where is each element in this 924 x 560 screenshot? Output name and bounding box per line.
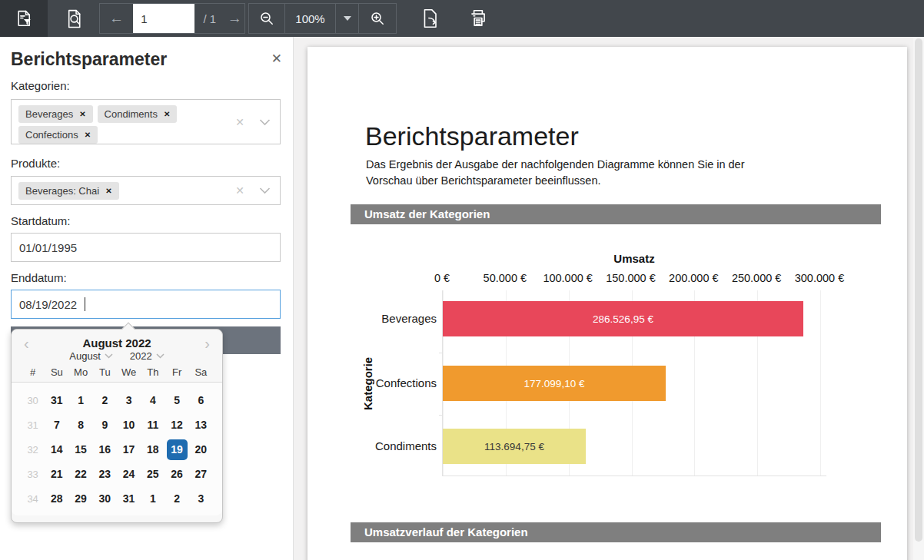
week-number: 32 bbox=[21, 444, 45, 456]
calendar-day[interactable]: 23 bbox=[93, 464, 117, 485]
week-number: 33 bbox=[21, 469, 45, 480]
section-banner-umsatz: Umsatz der Kategorien bbox=[351, 204, 881, 224]
calendar-day[interactable]: 20 bbox=[189, 439, 213, 460]
calendar-grid: 30 31 1 2 3 4 5 6 31 7 8 9 10 11 12 13 3… bbox=[12, 383, 222, 515]
vertical-scrollbar[interactable] bbox=[913, 37, 924, 560]
calendar-day[interactable]: 3 bbox=[189, 489, 213, 509]
remove-tag-icon[interactable]: ✕ bbox=[164, 110, 170, 118]
calendar-day[interactable]: 29 bbox=[69, 489, 93, 509]
calendar-day[interactable]: 1 bbox=[69, 390, 93, 411]
remove-tag-icon[interactable]: ✕ bbox=[105, 187, 111, 195]
calendar-day[interactable]: 8 bbox=[69, 415, 93, 436]
chevron-down-icon bbox=[156, 353, 165, 359]
next-month-icon[interactable]: › bbox=[204, 338, 210, 349]
products-multiselect[interactable]: Beverages: Chai ✕ ✕ bbox=[11, 176, 281, 205]
close-panel-button[interactable]: ✕ bbox=[271, 49, 282, 65]
calendar-day[interactable]: 28 bbox=[45, 489, 68, 509]
print-button[interactable] bbox=[459, 0, 497, 37]
dow-th: Th bbox=[141, 366, 165, 378]
clear-selection-icon[interactable]: ✕ bbox=[235, 184, 244, 197]
gridline bbox=[820, 290, 821, 476]
dow-fr: Fr bbox=[165, 366, 189, 378]
prev-month-icon[interactable]: ‹ bbox=[24, 338, 29, 349]
calendar-day[interactable]: 7 bbox=[45, 415, 68, 436]
year-select[interactable]: 2022 bbox=[130, 350, 165, 362]
calendar-day[interactable]: 11 bbox=[141, 415, 165, 436]
calendar-day[interactable]: 12 bbox=[165, 415, 189, 436]
dow-su: Su bbox=[45, 366, 68, 378]
calendar-day[interactable]: 5 bbox=[165, 390, 189, 411]
report-title: Berichtsparameter bbox=[365, 121, 579, 151]
calendar-day[interactable]: 1 bbox=[141, 489, 165, 509]
x-tick-label: 150.000 € bbox=[606, 272, 656, 284]
x-tick-label: 300.000 € bbox=[795, 272, 845, 284]
chart-x-axis: 0 € 50.000 € 100.000 € 150.000 € 200.000… bbox=[442, 272, 826, 286]
export-button[interactable] bbox=[411, 0, 450, 37]
y-axis-tick bbox=[439, 415, 443, 416]
calendar-day[interactable]: 25 bbox=[141, 464, 165, 485]
clear-selection-icon[interactable]: ✕ bbox=[235, 116, 244, 128]
calendar-day[interactable]: 17 bbox=[117, 439, 141, 460]
export-icon bbox=[420, 8, 441, 29]
prev-page-button[interactable]: ← bbox=[100, 4, 133, 33]
dropdown-chevron-icon[interactable] bbox=[259, 187, 271, 194]
enddate-input[interactable] bbox=[11, 290, 281, 319]
x-tick-label: 100.000 € bbox=[543, 272, 593, 284]
tag-condiments[interactable]: Condiments ✕ bbox=[98, 105, 178, 123]
calendar-day[interactable]: 16 bbox=[93, 439, 117, 460]
page-number-input[interactable] bbox=[133, 4, 194, 33]
calendar-day[interactable]: 15 bbox=[69, 439, 93, 460]
zoom-in-button[interactable] bbox=[358, 4, 395, 33]
bar-confections: 177.099,10 € bbox=[443, 366, 666, 401]
calendar-day[interactable]: 31 bbox=[45, 390, 68, 411]
startdate-label: Startdatum: bbox=[11, 214, 71, 227]
toggle-parameters-button[interactable] bbox=[0, 0, 48, 37]
calendar-day[interactable]: 10 bbox=[117, 415, 141, 436]
bar-condiments: 113.694,75 € bbox=[443, 429, 586, 464]
month-select[interactable]: August bbox=[69, 350, 112, 362]
dow-week: # bbox=[21, 366, 45, 378]
x-tick-label: 0 € bbox=[434, 272, 450, 284]
calendar-nav: ‹ August 2022 › bbox=[12, 330, 222, 350]
zoom-dropdown-button[interactable] bbox=[335, 4, 358, 33]
enddate-label: Enddatum: bbox=[11, 271, 67, 284]
calendar-day[interactable]: 2 bbox=[93, 390, 117, 411]
dow-mo: Mo bbox=[69, 366, 93, 378]
calendar-day[interactable]: 4 bbox=[141, 390, 165, 411]
datepicker-popup: ‹ August 2022 › August 2022 # Su Mo Tu W… bbox=[11, 329, 223, 523]
chart-plot-area: 286.526,95 € 177.099,10 € 113.694,75 € bbox=[442, 290, 826, 476]
calendar-day[interactable]: 3 bbox=[117, 390, 141, 411]
calendar-day[interactable]: 30 bbox=[93, 489, 117, 509]
categories-multiselect[interactable]: Beverages ✕ Condiments ✕ Confections ✕ ✕ bbox=[11, 99, 281, 144]
calendar-day[interactable]: 21 bbox=[45, 464, 68, 485]
chart-y-axis-title: Kategorie bbox=[361, 290, 375, 476]
calendar-day[interactable]: 13 bbox=[189, 415, 213, 436]
startdate-input[interactable] bbox=[11, 233, 281, 262]
tag-beverages[interactable]: Beverages ✕ bbox=[18, 105, 93, 123]
dropdown-chevron-icon[interactable] bbox=[259, 118, 271, 125]
calendar-day-selected[interactable]: 19 bbox=[167, 439, 188, 460]
chevron-down-icon bbox=[344, 16, 351, 21]
tag-confections[interactable]: Confections ✕ bbox=[18, 126, 98, 144]
calendar-day[interactable]: 22 bbox=[69, 464, 93, 485]
search-document-icon bbox=[65, 8, 85, 29]
scrollbar-thumb[interactable] bbox=[915, 38, 922, 542]
calendar-day[interactable]: 6 bbox=[189, 390, 213, 411]
calendar-day[interactable]: 27 bbox=[189, 464, 213, 485]
calendar-day[interactable]: 14 bbox=[45, 439, 68, 460]
calendar-day[interactable]: 9 bbox=[93, 415, 117, 436]
calendar-day[interactable]: 31 bbox=[117, 489, 141, 509]
week-number: 34 bbox=[21, 493, 45, 505]
report-preview-area: Berichtsparameter Das Ergebnis der Ausga… bbox=[294, 37, 924, 560]
zoom-out-button[interactable] bbox=[249, 4, 284, 33]
tag-beverages-chai[interactable]: Beverages: Chai ✕ bbox=[18, 182, 119, 200]
zoom-controls: 100% bbox=[248, 3, 397, 34]
calendar-day[interactable]: 26 bbox=[165, 464, 189, 485]
calendar-day[interactable]: 18 bbox=[141, 439, 165, 460]
calendar-day[interactable]: 2 bbox=[165, 489, 189, 509]
next-page-button[interactable]: → bbox=[224, 4, 244, 33]
search-button[interactable] bbox=[51, 0, 98, 37]
calendar-day[interactable]: 24 bbox=[117, 464, 141, 485]
remove-tag-icon[interactable]: ✕ bbox=[79, 110, 85, 118]
remove-tag-icon[interactable]: ✕ bbox=[85, 131, 91, 139]
